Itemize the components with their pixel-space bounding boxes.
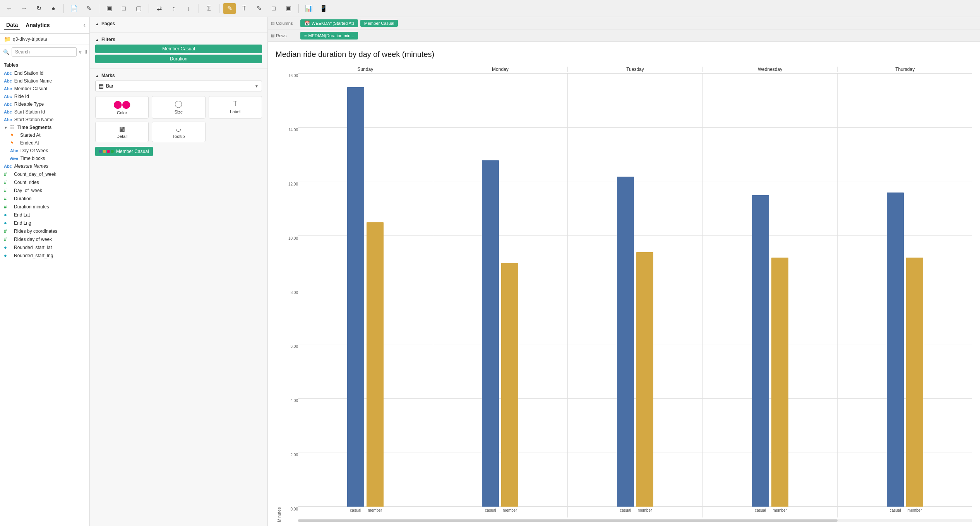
field-end-station-id[interactable]: Abc End Station Id	[0, 69, 89, 77]
forward-btn[interactable]: →	[18, 3, 30, 14]
bar-sunday-casual[interactable]	[347, 87, 364, 507]
time-segments-group[interactable]: ▼ ☷ Time Segments	[0, 124, 89, 131]
chart-btn[interactable]: 📊	[303, 3, 315, 14]
field-duration-minutes[interactable]: # Duration minutes	[0, 203, 89, 211]
group-label: Time Segments	[17, 125, 51, 130]
bar-monday-member[interactable]	[501, 263, 518, 507]
field-rideable-type[interactable]: Abc Rideable Type	[0, 100, 89, 108]
refresh-btn[interactable]: ↻	[33, 3, 45, 14]
color-icon: ⬤⬤	[113, 100, 130, 109]
mark-color-pill[interactable]: Member Casual	[95, 147, 153, 156]
device-btn[interactable]: 📱	[317, 3, 330, 14]
new-datasource-btn[interactable]: 📄	[68, 3, 80, 14]
sep1	[63, 4, 64, 13]
sidebar-collapse-btn[interactable]: ‹	[84, 22, 86, 29]
filter-icon[interactable]: ▿	[79, 49, 82, 55]
tab-analytics[interactable]: Analytics	[23, 21, 52, 30]
field-rounded-start-lng[interactable]: ● Rounded_start_lng	[0, 251, 89, 260]
label-btn[interactable]: T Label	[209, 96, 262, 119]
field-label: Rounded_start_lng	[14, 253, 53, 258]
chart-scrollbar[interactable]	[298, 519, 972, 522]
size-btn[interactable]: ◯ Size	[152, 96, 205, 119]
frame-btn[interactable]: □	[267, 3, 280, 14]
tick-2: 2.00	[284, 453, 298, 457]
field-start-station-name[interactable]: Abc Start Station Name	[0, 116, 89, 124]
group-toggle-icon: ▼	[4, 125, 8, 130]
color-label: Color	[117, 110, 127, 115]
pill-label: MEDIAN(Duration min...	[308, 33, 354, 38]
chart-type-dropdown[interactable]: ▤ Bar ▼	[95, 81, 262, 91]
home-btn[interactable]: ●	[47, 3, 60, 14]
field-count-rides[interactable]: # Count_rides	[0, 178, 89, 186]
columns-pill-weekday[interactable]: 📅 WEEKDAY(Started At)	[300, 19, 358, 27]
field-time-blocks[interactable]: Abc Time blocks	[6, 155, 89, 162]
filter-duration[interactable]: Duration	[95, 55, 262, 63]
tick-4: 4.00	[284, 399, 298, 403]
bar-thursday-casual[interactable]	[887, 193, 904, 507]
field-duration[interactable]: # Duration	[0, 194, 89, 203]
bar-tuesday-casual[interactable]	[617, 177, 634, 507]
tooltip-btn[interactable]: ✎	[253, 3, 265, 14]
field-end-lng[interactable]: ● End Lng	[0, 219, 89, 227]
color-btn[interactable]: ⬤⬤ Color	[95, 96, 149, 119]
back-btn[interactable]: ←	[3, 3, 15, 14]
bar-wednesday-casual[interactable]	[752, 195, 769, 507]
highlight-btn[interactable]: ✎	[223, 3, 236, 14]
filter-member-casual[interactable]: Member Casual	[95, 45, 262, 53]
tab-data[interactable]: Data	[4, 20, 20, 30]
field-member-casual[interactable]: Abc Member Casual	[0, 85, 89, 93]
swap-btn[interactable]: ⇄	[153, 3, 165, 14]
detail-btn[interactable]: ▩ Detail	[95, 122, 149, 142]
sort-desc-btn[interactable]: ↓	[182, 3, 195, 14]
marks-header[interactable]: ▲ Marks	[95, 73, 262, 78]
bar-monday-casual[interactable]	[482, 160, 499, 507]
field-day-of-week-num[interactable]: # Day_of_week	[0, 186, 89, 194]
sort-asc-btn[interactable]: ↕	[168, 3, 180, 14]
btn5[interactable]: ▣	[282, 3, 295, 14]
x-labels-wednesday: casual member	[703, 507, 838, 517]
thursday-group	[838, 74, 972, 507]
tick-6: 6.00	[284, 344, 298, 349]
bar-tuesday-member[interactable]	[636, 252, 653, 507]
field-rides-by-coords[interactable]: # Rides by coordinates	[0, 227, 89, 235]
detail-label: Detail	[117, 134, 127, 139]
bar-sunday-member[interactable]	[367, 222, 384, 507]
columns-pill-member[interactable]: Member Casual	[360, 20, 398, 27]
tooltip-btn[interactable]: ◡ Tooltip	[152, 122, 205, 142]
marks-toggle-icon: ▲	[95, 74, 99, 78]
new-sheet-btn[interactable]: ✎	[82, 3, 95, 14]
field-rounded-start-lat[interactable]: ● Rounded_start_lat	[0, 243, 89, 251]
field-measure-names[interactable]: Abc Measure Names	[0, 162, 89, 170]
show-me-btn[interactable]: ▣	[103, 3, 115, 14]
type-icon: Abc	[4, 110, 12, 114]
search-input[interactable]	[12, 47, 77, 57]
bar-wednesday-member[interactable]	[771, 258, 788, 507]
right-area: ▤ Columns 📅 WEEKDAY(Started At) Member C…	[268, 17, 980, 526]
field-started-at[interactable]: ⚑ Started At	[6, 131, 89, 139]
text-btn[interactable]: T	[238, 3, 250, 14]
rows-pill-median[interactable]: ≈ MEDIAN(Duration min...	[300, 32, 358, 40]
pages-header[interactable]: ▲ Pages	[95, 21, 262, 26]
bar-thursday-member[interactable]	[906, 258, 923, 507]
field-end-station-name[interactable]: Abc End Station Name	[0, 77, 89, 85]
filters-header[interactable]: ▲ Filters	[95, 37, 262, 42]
sort-icon[interactable]: ⇩	[84, 49, 88, 55]
field-day-of-week[interactable]: Abc Day Of Week	[6, 147, 89, 155]
tick-8: 8.00	[284, 291, 298, 295]
chart-type-label: Bar	[106, 83, 113, 89]
sep5	[219, 4, 219, 13]
field-start-station-id[interactable]: Abc Start Station Id	[0, 108, 89, 116]
field-rides-day-of-week[interactable]: # Rides day of week	[0, 235, 89, 243]
middle-panel: ▲ Pages ▲ Filters Member Casual Duration…	[90, 17, 268, 526]
btn3[interactable]: □	[118, 3, 130, 14]
field-ended-at[interactable]: ⚑ Ended At	[6, 139, 89, 147]
field-ride-id[interactable]: Abc Ride Id	[0, 93, 89, 100]
filters-toggle-icon: ▲	[95, 38, 99, 42]
field-end-lat[interactable]: ● End Lat	[0, 211, 89, 219]
x-label-member: member	[771, 508, 788, 517]
btn4[interactable]: ▢	[132, 3, 145, 14]
sunday-group	[298, 74, 433, 507]
field-count-day[interactable]: # Count_day_of_week	[0, 170, 89, 178]
sum-btn[interactable]: Σ	[203, 3, 215, 14]
tick-14: 14.00	[284, 128, 298, 132]
